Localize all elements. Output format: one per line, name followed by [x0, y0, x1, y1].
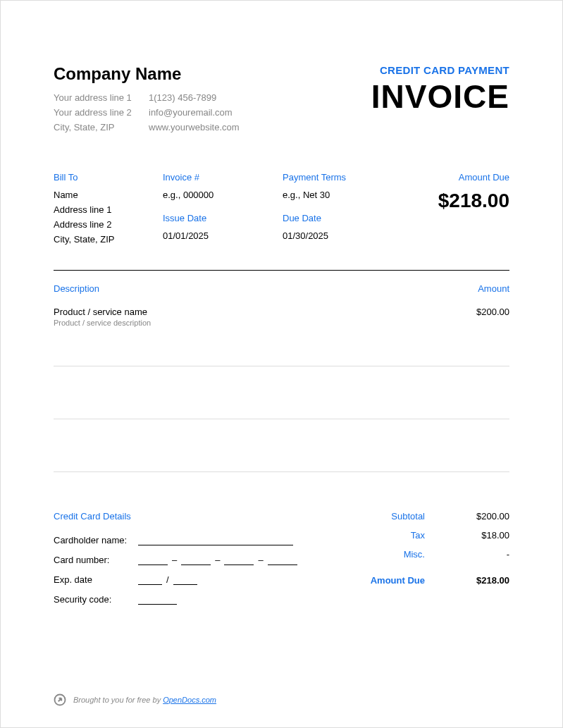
cc-cardnumber-seg2[interactable] — [181, 554, 211, 565]
cc-security-field[interactable] — [138, 593, 177, 605]
amount-due-row: Amount Due $218.00 — [333, 575, 509, 586]
totals-block: Subtotal $200.00 Tax $18.00 Misc. - Amou… — [333, 511, 509, 613]
company-phone: 1(123) 456-7899 — [149, 92, 216, 103]
cc-cardholder-field[interactable] — [138, 534, 293, 545]
items-divider-top — [54, 270, 509, 271]
company-info-row: City, State, ZIP www.yourwebsite.com — [54, 122, 240, 132]
company-website: www.yourwebsite.com — [149, 122, 240, 132]
subtotal-label: Subtotal — [333, 511, 453, 522]
line-item-text: Product / service name Product / service… — [54, 307, 151, 327]
line-item-row: Product / service name Product / service… — [54, 307, 509, 366]
cc-security-row: Security code: — [54, 593, 300, 605]
bill-to-name: Name — [54, 190, 163, 200]
footer: Brought to you for free by OpenDocs.com — [54, 693, 216, 706]
footer-link[interactable]: OpenDocs.com — [163, 696, 216, 704]
items-header: Description Amount — [54, 283, 509, 294]
due-date-label: Due Date — [283, 213, 388, 223]
bill-to-csz: City, State, ZIP — [54, 234, 163, 245]
amount-due-label: Amount Due — [388, 172, 509, 183]
company-name: Company Name — [54, 64, 240, 84]
company-email: info@youremail.com — [149, 107, 233, 118]
cc-dash: – — [172, 555, 177, 565]
issue-date: 01/01/2025 — [163, 230, 283, 241]
amount-header: Amount — [478, 283, 509, 294]
company-info-row: Your address line 1 1(123) 456-7899 — [54, 92, 240, 103]
line-item-empty-row — [54, 419, 509, 472]
line-item-empty-row — [54, 366, 509, 419]
company-address1: Your address line 1 — [54, 92, 149, 103]
title-block: CREDIT CARD PAYMENT INVOICE — [371, 64, 509, 137]
invoice-number: e.g., 000000 — [163, 190, 283, 200]
title-main: INVOICE — [371, 78, 509, 116]
cc-security-label: Security code: — [54, 594, 138, 605]
due-date: 01/30/2025 — [283, 230, 388, 241]
footer-prefix: Brought to you for free by — [73, 696, 163, 704]
misc-label: Misc. — [333, 549, 453, 560]
tax-label: Tax — [333, 530, 453, 541]
subtotal-value: $200.00 — [453, 511, 509, 522]
bill-to-label: Bill To — [54, 172, 163, 183]
cc-exp-row: Exp. date / — [54, 574, 300, 585]
company-csz: City, State, ZIP — [54, 122, 149, 132]
company-info-row: Your address line 2 info@youremail.com — [54, 107, 240, 118]
tax-row: Tax $18.00 — [333, 530, 509, 541]
external-link-icon — [54, 693, 66, 706]
cc-cardnumber-seg3[interactable] — [224, 554, 254, 565]
company-address2: Your address line 2 — [54, 107, 149, 118]
misc-value: - — [453, 549, 509, 560]
payment-terms-column: Payment Terms e.g., Net 30 Due Date 01/3… — [283, 172, 388, 249]
line-item-name: Product / service name — [54, 307, 151, 317]
cc-slash: / — [166, 574, 169, 585]
subtotal-row: Subtotal $200.00 — [333, 511, 509, 522]
bill-to-addr2: Address line 2 — [54, 219, 163, 230]
cc-cardholder-label: Cardholder name: — [54, 535, 138, 545]
bill-to-addr1: Address line 1 — [54, 204, 163, 215]
cc-exp-year[interactable] — [173, 574, 197, 585]
invoice-header: Company Name Your address line 1 1(123) … — [54, 64, 509, 137]
cc-cardholder-row: Cardholder name: — [54, 534, 300, 545]
misc-row: Misc. - — [333, 549, 509, 560]
cc-cardnumber-label: Card number: — [54, 555, 138, 565]
cc-cardnumber-row: Card number: – – – — [54, 554, 300, 565]
cc-exp-month[interactable] — [138, 574, 162, 585]
cc-cardnumber-seg4[interactable] — [268, 554, 297, 565]
amount-due-value: $218.00 — [388, 190, 509, 212]
invoice-number-column: Invoice # e.g., 000000 Issue Date 01/01/… — [163, 172, 283, 249]
total-amount-due-label: Amount Due — [333, 575, 453, 586]
payment-terms: e.g., Net 30 — [283, 190, 388, 200]
bill-to-column: Bill To Name Address line 1 Address line… — [54, 172, 163, 249]
lower-section: Credit Card Details Cardholder name: Car… — [54, 511, 509, 613]
invoice-meta: Bill To Name Address line 1 Address line… — [54, 172, 509, 249]
credit-card-details: Credit Card Details Cardholder name: Car… — [54, 511, 300, 613]
tax-value: $18.00 — [453, 530, 509, 541]
cc-title: Credit Card Details — [54, 511, 300, 522]
footer-text: Brought to you for free by OpenDocs.com — [73, 696, 216, 704]
invoice-number-label: Invoice # — [163, 172, 283, 183]
amount-due-column: Amount Due $218.00 — [388, 172, 509, 249]
total-amount-due-value: $218.00 — [453, 575, 509, 586]
title-subtitle: CREDIT CARD PAYMENT — [371, 64, 509, 76]
line-item-desc: Product / service description — [54, 319, 151, 327]
cc-cardnumber-seg1[interactable] — [138, 554, 168, 565]
company-block: Company Name Your address line 1 1(123) … — [54, 64, 240, 137]
cc-dash: – — [258, 555, 263, 565]
description-header: Description — [54, 283, 99, 294]
issue-date-label: Issue Date — [163, 213, 283, 223]
cc-dash: – — [215, 555, 220, 565]
line-item-amount: $200.00 — [476, 307, 509, 317]
payment-terms-label: Payment Terms — [283, 172, 388, 183]
cc-exp-label: Exp. date — [54, 574, 138, 585]
